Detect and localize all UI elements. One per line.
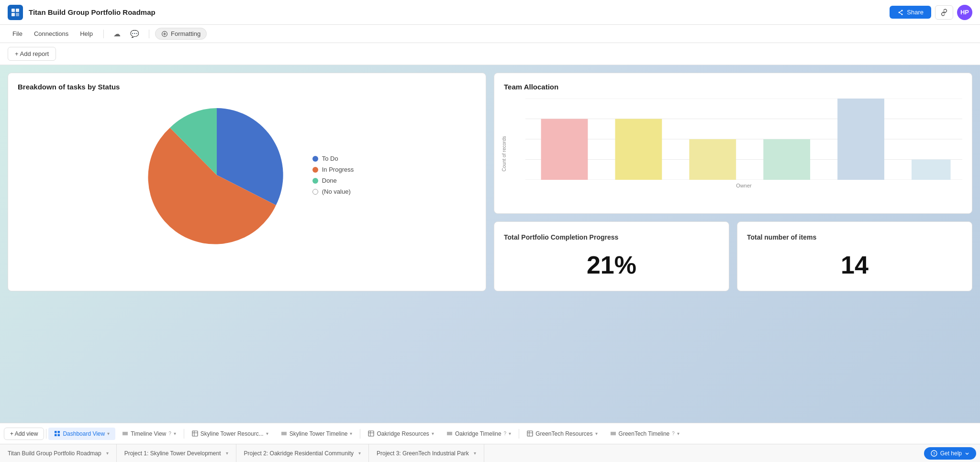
legend-label-inprogress: In Progress [322,166,354,173]
svg-line-8 [899,12,902,14]
legend-label-todo: To Do [322,155,338,162]
legend-dot-done [312,178,318,184]
add-view-label: + Add view [10,430,38,437]
link-button[interactable] [935,5,953,20]
bar-no-value [912,160,951,180]
svg-text:?: ? [933,451,935,456]
project-tabbar: Titan Build Group Portfolio Roadmap ▾ Pr… [0,444,980,462]
tab-oakridge-timeline-label: Oakridge Timeline [455,430,501,437]
tab-timeline-label: Timeline View [131,430,166,437]
menu-file[interactable]: File [8,28,27,39]
tab-chevron-2: ▾ [174,431,176,436]
menu-connections[interactable]: Connections [29,28,73,39]
bar-chart-area: Count of records 4 3 2 1 0 [504,99,962,204]
right-column: Team Allocation Count of records [494,73,972,291]
tab-oakridge-resources[interactable]: Oakridge Resources ▾ [362,428,439,440]
share-button[interactable]: Share [890,6,931,19]
tab-help-3: ? [672,431,675,436]
pie-chart-card: Breakdown of tasks by Status [8,73,486,291]
formatting-button[interactable]: Formatting [155,28,207,40]
svg-line-7 [899,11,902,12]
menubar: File Connections Help ☁ 💬 Formatting [0,25,980,43]
tab-greentech-resources[interactable]: GreenTech Resources ▾ [521,428,603,440]
legend-label-novalue: (No value) [322,188,351,195]
project-chevron-skyline: ▾ [226,451,228,456]
legend-done: Done [312,177,354,184]
tab-oakridge-timeline[interactable]: Oakridge Timeline ? ▾ [441,428,517,440]
bar-chart-svg: 4 3 2 1 0 [525,99,962,180]
svg-rect-1 [16,9,19,12]
menu-separator [103,30,104,38]
svg-rect-45 [527,431,533,436]
pie-chart-container: To Do In Progress Done (No value) [18,99,476,252]
legend-dot-todo [312,156,318,162]
svg-rect-3 [16,13,19,16]
tab-skyline-timeline[interactable]: Skyline Tower Timeline ▾ [275,428,358,440]
tab-timeline-view[interactable]: Timeline View ? ▾ [116,428,182,440]
tab-help-2: ? [504,431,507,436]
charts-grid: Breakdown of tasks by Status [8,73,972,291]
tab-chevron-7: ▾ [595,431,598,436]
tab-skyline-resources[interactable]: Skyline Tower Resourc... ▾ [186,428,274,440]
tab-dashboard-view[interactable]: Dashboard View ▾ [48,428,115,440]
tab-skyline-resources-label: Skyline Tower Resourc... [200,430,264,437]
tab-help: ? [168,431,171,436]
pie-chart-title: Breakdown of tasks by Status [18,83,476,91]
tab-greentech-resources-label: GreenTech Resources [535,430,592,437]
svg-rect-0 [11,9,15,12]
tab-greentech-timeline[interactable]: GreenTech Timeline ? ▾ [604,428,685,440]
menu-separator-2 [149,30,149,38]
completion-stat-card: Total Portfolio Completion Progress 21% [494,221,729,291]
pie-chart-svg [140,99,293,252]
tab-separator [46,429,46,439]
legend-todo: To Do [312,155,354,162]
menu-help[interactable]: Help [75,28,98,39]
project-tab-greentech-label: Project 3: GreenTech Industrial Park [377,450,469,457]
pie-legend: To Do In Progress Done (No value) [312,155,354,195]
main-content: Breakdown of tasks by Status [0,65,980,423]
bar-chart-title: Team Allocation [504,83,962,91]
legend-dot-novalue [312,189,318,195]
chat-icon[interactable]: 💬 [126,28,143,40]
bar-james-oconnor [837,99,884,180]
project-tab-titan-label: Titan Build Group Portfolio Roadmap [8,450,101,457]
project-tab-greentech[interactable]: Project 3: GreenTech Industrial Park ▾ [369,444,484,462]
bar-mark-reynolds [541,119,588,180]
svg-rect-33 [192,431,198,436]
tab-chevron-8: ▾ [677,431,679,436]
project-tab-oakridge-label: Project 2: Oakridge Residential Communit… [244,450,354,457]
legend-label-done: Done [322,177,337,184]
svg-rect-39 [368,431,374,436]
legend-dot-inprogress [312,167,318,173]
completion-value: 21% [504,251,719,279]
tab-skyline-timeline-label: Skyline Tower Timeline [290,430,348,437]
view-tabbar: + Add view Dashboard View ▾ Timeline Vie… [0,423,980,444]
completion-label: Total Portfolio Completion Progress [504,233,618,241]
items-label: Total number of items [747,233,816,241]
topbar-right: Share HP [890,5,972,20]
app-title: Titan Build Group Portfolio Roadmap [29,8,884,16]
add-view-button[interactable]: + Add view [4,428,44,440]
tab-chevron: ▾ [107,431,110,436]
avatar-button[interactable]: HP [957,5,972,20]
tab-separator-4 [519,429,519,439]
project-tab-oakridge[interactable]: Project 2: Oakridge Residential Communit… [236,444,369,462]
app-logo [8,5,23,20]
bar-sarah-patel [615,119,662,180]
project-tab-titan[interactable]: Titan Build Group Portfolio Roadmap ▾ [0,444,117,462]
cloud-icon[interactable]: ☁ [110,28,124,40]
svg-rect-26 [55,431,57,433]
get-help-button[interactable]: ? Get help [924,447,976,460]
project-chevron-greentech: ▾ [474,451,476,456]
items-stat-card: Total number of items 14 [737,221,972,291]
project-tab-skyline[interactable]: Project 1: Skyline Tower Development ▾ [117,444,236,462]
legend-novalue: (No value) [312,188,354,195]
tab-greentech-timeline-label: GreenTech Timeline [619,430,670,437]
bar-emily-brooks [763,139,810,180]
tab-separator-2 [184,429,184,439]
tab-dashboard-label: Dashboard View [63,430,105,437]
add-report-button[interactable]: + Add report [8,47,56,61]
project-chevron-titan: ▾ [106,451,109,456]
svg-rect-29 [58,434,60,437]
bar-chart-card: Team Allocation Count of records [494,73,972,214]
